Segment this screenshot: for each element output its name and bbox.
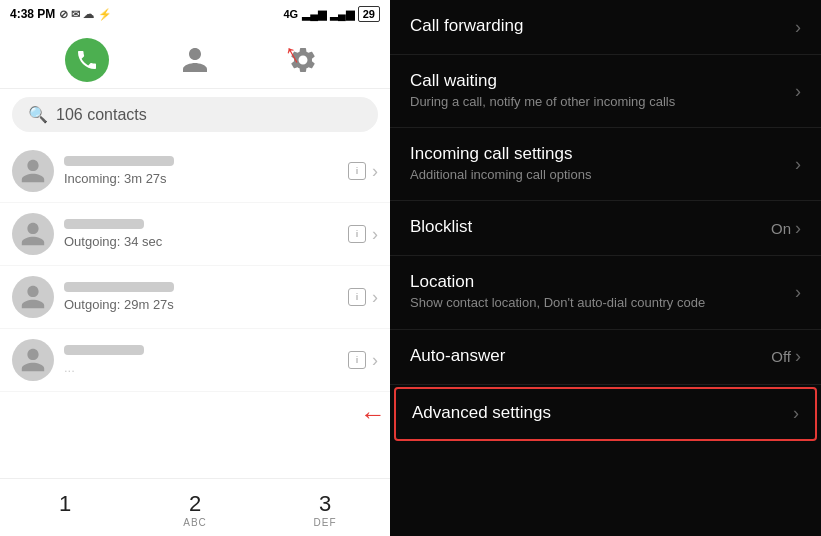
search-icon: 🔍: [28, 105, 48, 124]
battery-indicator: 29: [358, 6, 380, 22]
numpad-key-3[interactable]: 3 DEF: [260, 491, 390, 528]
call-info-3: Outgoing: 29m 27s: [64, 297, 338, 312]
contact-info-3: Outgoing: 29m 27s: [64, 282, 338, 312]
call-forwarding-right: ›: [795, 17, 801, 38]
auto-answer-title: Auto-answer: [410, 346, 761, 366]
auto-answer-value: Off: [771, 348, 791, 365]
incoming-subtitle: Additional incoming call options: [410, 166, 785, 184]
avatar-3: [12, 276, 54, 318]
contact-info-2: Outgoing: 34 sec: [64, 219, 338, 249]
numpad-num-3: 3: [319, 491, 331, 517]
chevron-call-waiting: ›: [795, 81, 801, 102]
chevron-1: ›: [372, 161, 378, 182]
call-info-4: ...: [64, 360, 338, 375]
contact-item-2[interactable]: Outgoing: 34 sec i ›: [0, 203, 390, 266]
chevron-2: ›: [372, 224, 378, 245]
call-forwarding-title: Call forwarding: [410, 16, 785, 36]
numpad-key-2[interactable]: 2 ABC: [130, 491, 260, 528]
incoming-title: Incoming call settings: [410, 144, 785, 164]
contact-right-2: i ›: [348, 224, 378, 245]
call-waiting-subtitle: During a call, notify me of other incomi…: [410, 93, 785, 111]
settings-list: Call forwarding › Call waiting During a …: [390, 0, 821, 536]
numpad-row: 1 _ 2 ABC 3 DEF: [0, 478, 390, 536]
tab-contacts[interactable]: [171, 36, 219, 84]
contact-item-4[interactable]: ... i ›: [0, 329, 390, 392]
settings-item-call-forwarding[interactable]: Call forwarding ›: [390, 0, 821, 55]
chevron-location: ›: [795, 282, 801, 303]
numpad-key-1[interactable]: 1 _: [0, 491, 130, 528]
signal-bars-2: ▂▄▆: [330, 8, 354, 21]
chevron-3: ›: [372, 287, 378, 308]
contact-info-1: Incoming: 3m 27s: [64, 156, 338, 186]
settings-item-call-waiting[interactable]: Call waiting During a call, notify me of…: [390, 55, 821, 128]
call-type-icon-4: i: [348, 351, 366, 369]
auto-answer-right: Off ›: [771, 346, 801, 367]
avatar-1: [12, 150, 54, 192]
contact-right-3: i ›: [348, 287, 378, 308]
incoming-right: ›: [795, 154, 801, 175]
call-waiting-title: Call waiting: [410, 71, 785, 91]
settings-item-auto-answer[interactable]: Auto-answer Off ›: [390, 330, 821, 385]
numpad-letters-3: DEF: [314, 517, 337, 528]
notification-icons: ⊘ ✉ ☁ ⚡: [59, 8, 111, 21]
contact-list: Incoming: 3m 27s i › Outgoing: 34 sec i …: [0, 140, 390, 478]
contact-item-3[interactable]: Outgoing: 29m 27s i ›: [0, 266, 390, 329]
status-bar-left: 4:38 PM ⊘ ✉ ☁ ⚡: [10, 7, 112, 21]
contact-right-1: i ›: [348, 161, 378, 182]
time-display: 4:38 PM: [10, 7, 55, 21]
status-bar: 4:38 PM ⊘ ✉ ☁ ⚡ 4G ▂▄▆ ▂▄▆ 29: [0, 0, 390, 28]
left-panel: 4:38 PM ⊘ ✉ ☁ ⚡ 4G ▂▄▆ ▂▄▆ 29: [0, 0, 390, 536]
call-type-icon-2: i: [348, 225, 366, 243]
blocklist-title: Blocklist: [410, 217, 761, 237]
numpad-num-1: 1: [59, 491, 71, 517]
contact-name-4: [64, 345, 144, 355]
contact-name-3: [64, 282, 174, 292]
right-panel: Call forwarding › Call waiting During a …: [390, 0, 821, 536]
avatar-4: [12, 339, 54, 381]
contact-name-2: [64, 219, 144, 229]
advanced-right: ›: [793, 403, 799, 424]
settings-item-location[interactable]: Location Show contact location, Don't au…: [390, 256, 821, 329]
tab-settings[interactable]: ↑: [279, 36, 327, 84]
tab-phone[interactable]: [63, 36, 111, 84]
chevron-advanced: ›: [793, 403, 799, 424]
location-right: ›: [795, 282, 801, 303]
red-arrow-advanced: ←: [360, 398, 386, 429]
chevron-4: ›: [372, 350, 378, 371]
network-indicator: 4G: [283, 8, 298, 20]
contact-name-1: [64, 156, 174, 166]
blocklist-value: On: [771, 220, 791, 237]
numpad-num-2: 2: [189, 491, 201, 517]
settings-item-incoming[interactable]: Incoming call settings Additional incomi…: [390, 128, 821, 201]
contacts-count: 106 contacts: [56, 106, 147, 124]
chevron-auto-answer: ›: [795, 346, 801, 367]
chevron-incoming: ›: [795, 154, 801, 175]
location-title: Location: [410, 272, 785, 292]
chevron-call-forwarding: ›: [795, 17, 801, 38]
location-subtitle: Show contact location, Don't auto-dial c…: [410, 294, 785, 312]
status-bar-right: 4G ▂▄▆ ▂▄▆ 29: [283, 6, 380, 22]
blocklist-right: On ›: [771, 218, 801, 239]
search-bar[interactable]: 🔍 106 contacts: [12, 97, 378, 132]
settings-item-blocklist[interactable]: Blocklist On ›: [390, 201, 821, 256]
advanced-title: Advanced settings: [412, 403, 783, 423]
avatar-2: [12, 213, 54, 255]
chevron-blocklist: ›: [795, 218, 801, 239]
call-info-1: Incoming: 3m 27s: [64, 171, 338, 186]
call-type-icon-3: i: [348, 288, 366, 306]
call-type-icon-1: i: [348, 162, 366, 180]
signal-bars: ▂▄▆: [302, 8, 326, 21]
tab-row: ↑: [0, 28, 390, 89]
call-waiting-right: ›: [795, 81, 801, 102]
contact-right-4: i ›: [348, 350, 378, 371]
contact-info-4: ...: [64, 345, 338, 375]
numpad-letters-2: ABC: [183, 517, 207, 528]
settings-item-advanced[interactable]: ← Advanced settings ›: [394, 387, 817, 441]
contact-item-1[interactable]: Incoming: 3m 27s i ›: [0, 140, 390, 203]
call-info-2: Outgoing: 34 sec: [64, 234, 338, 249]
